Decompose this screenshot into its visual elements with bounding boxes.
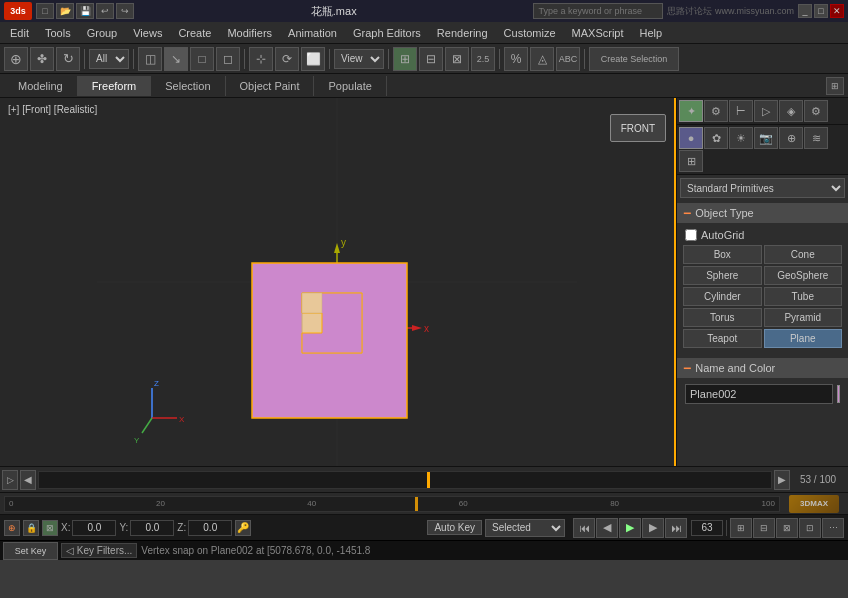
new-btn[interactable]: □ — [36, 3, 54, 19]
next-frame-btn[interactable]: ▶ — [642, 518, 664, 538]
move-btn[interactable]: ✤ — [30, 47, 54, 71]
frame-input[interactable] — [691, 520, 723, 536]
view-anim4-btn[interactable]: ⊡ — [799, 518, 821, 538]
panel-hierarchy-icon[interactable]: ⊢ — [729, 100, 753, 122]
panel-toggle[interactable]: ⊞ — [826, 77, 844, 95]
named-sel[interactable]: ABC — [556, 47, 580, 71]
rotate-btn[interactable]: ↻ — [56, 47, 80, 71]
undo-btn[interactable]: ↩ — [96, 3, 114, 19]
rect-btn[interactable]: □ — [190, 47, 214, 71]
menu-edit[interactable]: Edit — [2, 25, 37, 41]
menu-graph-editors[interactable]: Graph Editors — [345, 25, 429, 41]
open-btn[interactable]: 📂 — [56, 3, 74, 19]
plane-btn[interactable]: Plane — [764, 329, 843, 348]
scale-tool[interactable]: ⬜ — [301, 47, 325, 71]
next-key-btn[interactable]: ⏭ — [665, 518, 687, 538]
menu-animation[interactable]: Animation — [280, 25, 345, 41]
select-object-btn[interactable]: ◫ — [138, 47, 162, 71]
primitive-type-dropdown[interactable]: Standard Primitives Extended Primitives — [680, 178, 845, 198]
autogrid-checkbox[interactable] — [685, 229, 697, 241]
panel-display-icon[interactable]: ◈ — [779, 100, 803, 122]
redo-btn[interactable]: ↪ — [116, 3, 134, 19]
search-box[interactable] — [533, 3, 663, 19]
view-anim3-btn[interactable]: ⊠ — [776, 518, 798, 538]
lasso-btn[interactable]: ◻ — [216, 47, 240, 71]
panel-create-icon[interactable]: ✦ — [679, 100, 703, 122]
tube-btn[interactable]: Tube — [764, 287, 843, 306]
system-icon[interactable]: ⊞ — [679, 150, 703, 172]
snap2[interactable]: ⊟ — [419, 47, 443, 71]
geosphere-btn[interactable]: GeoSphere — [764, 266, 843, 285]
title-icons[interactable]: □ 📂 💾 ↩ ↪ — [36, 3, 134, 19]
shape-icon[interactable]: ✿ — [704, 127, 728, 149]
render-btn[interactable]: % — [504, 47, 528, 71]
primitive-select[interactable]: Standard Primitives Extended Primitives — [680, 178, 845, 198]
color-swatch[interactable] — [837, 385, 840, 403]
rotate-tool[interactable]: ⟳ — [275, 47, 299, 71]
helper-icon[interactable]: ⊕ — [779, 127, 803, 149]
snap-btn[interactable]: ⊞ — [393, 47, 417, 71]
render2[interactable]: ◬ — [530, 47, 554, 71]
view-dropdown[interactable]: View — [334, 49, 384, 69]
play-btn[interactable]: ▶ — [619, 518, 641, 538]
prev-key-btn[interactable]: ⏮ — [573, 518, 595, 538]
x-coord-input[interactable] — [72, 520, 116, 536]
panel-modify-icon[interactable]: ⚙ — [704, 100, 728, 122]
timeline-expand-btn[interactable]: ▷ — [2, 470, 18, 490]
menu-tools[interactable]: Tools — [37, 25, 79, 41]
tab-object-paint[interactable]: Object Paint — [226, 76, 315, 96]
cone-btn[interactable]: Cone — [764, 245, 843, 264]
tab-modeling[interactable]: Modeling — [4, 76, 78, 96]
save-btn[interactable]: 💾 — [76, 3, 94, 19]
move-tool[interactable]: ⊹ — [249, 47, 273, 71]
select-btn[interactable]: ⊕ — [4, 47, 28, 71]
select-region-btn[interactable]: ↘ — [164, 47, 188, 71]
spacewarp-icon[interactable]: ≋ — [804, 127, 828, 149]
object-name-input[interactable] — [685, 384, 833, 404]
minimize-btn[interactable]: _ — [798, 4, 812, 18]
torus-btn[interactable]: Torus — [683, 308, 762, 327]
menu-group[interactable]: Group — [79, 25, 126, 41]
object-type-header[interactable]: − Object Type — [677, 203, 848, 223]
create-sel-btn[interactable]: Create Selection — [589, 47, 679, 71]
viewport[interactable]: [+] [Front] [Realistic] FRONT y x — [0, 98, 676, 466]
set-key-btn[interactable]: Set Key — [3, 542, 58, 560]
menu-views[interactable]: Views — [125, 25, 170, 41]
tab-freeform[interactable]: Freeform — [78, 76, 152, 96]
tab-selection[interactable]: Selection — [151, 76, 225, 96]
teapot-btn[interactable]: Teapot — [683, 329, 762, 348]
timeline-right-btn[interactable]: ▶ — [774, 470, 790, 490]
maximize-btn[interactable]: □ — [814, 4, 828, 18]
selected-dropdown[interactable]: Selected All None — [485, 519, 565, 537]
status-icon2[interactable]: 🔒 — [23, 520, 39, 536]
menu-create[interactable]: Create — [170, 25, 219, 41]
panel-utilities-icon[interactable]: ⚙ — [804, 100, 828, 122]
snap4[interactable]: 2.5 — [471, 47, 495, 71]
view-anim5-btn[interactable]: ⋯ — [822, 518, 844, 538]
z-coord-input[interactable] — [188, 520, 232, 536]
window-controls[interactable]: _ □ ✕ — [798, 4, 844, 18]
close-btn[interactable]: ✕ — [830, 4, 844, 18]
view-anim-btn[interactable]: ⊞ — [730, 518, 752, 538]
timeline-left-btn[interactable]: ◀ — [20, 470, 36, 490]
menu-help[interactable]: Help — [632, 25, 671, 41]
geom-icon[interactable]: ● — [679, 127, 703, 149]
timeline-track[interactable] — [38, 471, 772, 489]
menu-customize[interactable]: Customize — [496, 25, 564, 41]
light-icon[interactable]: ☀ — [729, 127, 753, 149]
box-btn[interactable]: Box — [683, 245, 762, 264]
reference-dropdown[interactable]: All — [89, 49, 129, 69]
menu-rendering[interactable]: Rendering — [429, 25, 496, 41]
camera-icon[interactable]: 📷 — [754, 127, 778, 149]
pyramid-btn[interactable]: Pyramid — [764, 308, 843, 327]
status-icon3[interactable]: ⊠ — [42, 520, 58, 536]
cylinder-btn[interactable]: Cylinder — [683, 287, 762, 306]
prev-frame-btn[interactable]: ◀ — [596, 518, 618, 538]
view-anim2-btn[interactable]: ⊟ — [753, 518, 775, 538]
search-input[interactable] — [538, 6, 658, 16]
tab-populate[interactable]: Populate — [314, 76, 386, 96]
snap3[interactable]: ⊠ — [445, 47, 469, 71]
snap-status-btn[interactable]: ⊕ — [4, 520, 20, 536]
ruler-track[interactable]: 0 20 40 60 80 100 — [4, 496, 780, 512]
key-filters-btn[interactable]: ◁ Key Filters... — [61, 543, 137, 558]
